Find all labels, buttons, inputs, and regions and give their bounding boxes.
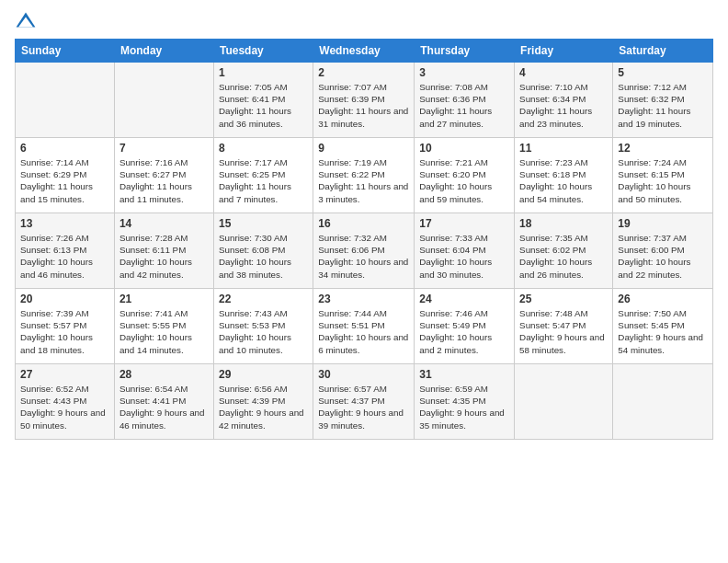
calendar-cell: 25Sunrise: 7:48 AM Sunset: 5:47 PM Dayli… [515, 289, 613, 364]
day-detail: Sunrise: 7:17 AM Sunset: 6:25 PM Dayligh… [219, 156, 308, 205]
day-number: 11 [519, 142, 608, 155]
day-detail: Sunrise: 7:32 AM Sunset: 6:06 PM Dayligh… [318, 232, 409, 281]
calendar-cell: 15Sunrise: 7:30 AM Sunset: 6:08 PM Dayli… [213, 213, 313, 289]
calendar-cell: 6Sunrise: 7:14 AM Sunset: 6:29 PM Daylig… [16, 138, 115, 213]
day-of-week-header: Saturday [613, 40, 713, 63]
day-of-week-header: Tuesday [213, 40, 313, 63]
day-number: 15 [219, 217, 308, 230]
calendar-cell: 19Sunrise: 7:37 AM Sunset: 6:00 PM Dayli… [613, 213, 713, 289]
day-detail: Sunrise: 7:44 AM Sunset: 5:51 PM Dayligh… [318, 307, 409, 356]
day-number: 1 [219, 66, 308, 79]
calendar-week-row: 20Sunrise: 7:39 AM Sunset: 5:57 PM Dayli… [16, 289, 713, 364]
day-number: 21 [119, 293, 209, 305]
day-detail: Sunrise: 7:33 AM Sunset: 6:04 PM Dayligh… [419, 232, 509, 281]
calendar-cell: 14Sunrise: 7:28 AM Sunset: 6:11 PM Dayli… [114, 213, 213, 289]
calendar-cell [515, 364, 613, 440]
day-detail: Sunrise: 7:16 AM Sunset: 6:27 PM Dayligh… [119, 156, 209, 205]
day-of-week-header: Friday [515, 40, 613, 63]
calendar-cell: 30Sunrise: 6:57 AM Sunset: 4:37 PM Dayli… [313, 364, 415, 440]
calendar-cell [613, 364, 713, 440]
calendar: SundayMondayTuesdayWednesdayThursdayFrid… [15, 39, 713, 440]
day-detail: Sunrise: 7:50 AM Sunset: 5:45 PM Dayligh… [618, 307, 708, 356]
day-detail: Sunrise: 6:57 AM Sunset: 4:37 PM Dayligh… [318, 383, 409, 431]
day-detail: Sunrise: 7:26 AM Sunset: 6:13 PM Dayligh… [20, 232, 109, 281]
calendar-cell: 23Sunrise: 7:44 AM Sunset: 5:51 PM Dayli… [313, 289, 415, 364]
day-number: 6 [20, 142, 109, 155]
day-detail: Sunrise: 7:12 AM Sunset: 6:32 PM Dayligh… [618, 81, 708, 130]
day-detail: Sunrise: 7:08 AM Sunset: 6:36 PM Dayligh… [419, 81, 509, 130]
calendar-cell: 27Sunrise: 6:52 AM Sunset: 4:43 PM Dayli… [16, 364, 115, 440]
calendar-cell: 16Sunrise: 7:32 AM Sunset: 6:06 PM Dayli… [313, 213, 415, 289]
day-detail: Sunrise: 6:56 AM Sunset: 4:39 PM Dayligh… [219, 383, 308, 431]
calendar-week-row: 13Sunrise: 7:26 AM Sunset: 6:13 PM Dayli… [16, 213, 713, 289]
day-detail: Sunrise: 7:30 AM Sunset: 6:08 PM Dayligh… [219, 232, 308, 281]
day-number: 27 [20, 368, 109, 381]
calendar-cell: 13Sunrise: 7:26 AM Sunset: 6:13 PM Dayli… [16, 213, 115, 289]
day-number: 10 [419, 142, 509, 155]
day-detail: Sunrise: 7:10 AM Sunset: 6:34 PM Dayligh… [519, 81, 608, 130]
calendar-cell: 11Sunrise: 7:23 AM Sunset: 6:18 PM Dayli… [515, 138, 613, 213]
calendar-cell: 2Sunrise: 7:07 AM Sunset: 6:39 PM Daylig… [313, 63, 415, 138]
day-detail: Sunrise: 7:46 AM Sunset: 5:49 PM Dayligh… [419, 307, 509, 356]
calendar-cell: 4Sunrise: 7:10 AM Sunset: 6:34 PM Daylig… [515, 63, 613, 138]
day-detail: Sunrise: 7:35 AM Sunset: 6:02 PM Dayligh… [519, 232, 608, 281]
day-number: 4 [519, 66, 608, 79]
calendar-cell: 20Sunrise: 7:39 AM Sunset: 5:57 PM Dayli… [16, 289, 115, 364]
logo-icon [15, 11, 37, 33]
day-of-week-header: Thursday [415, 40, 515, 63]
calendar-cell: 21Sunrise: 7:41 AM Sunset: 5:55 PM Dayli… [114, 289, 213, 364]
calendar-week-row: 1Sunrise: 7:05 AM Sunset: 6:41 PM Daylig… [16, 63, 713, 138]
day-detail: Sunrise: 7:21 AM Sunset: 6:20 PM Dayligh… [419, 156, 509, 205]
calendar-cell: 9Sunrise: 7:19 AM Sunset: 6:22 PM Daylig… [313, 138, 415, 213]
calendar-cell: 29Sunrise: 6:56 AM Sunset: 4:39 PM Dayli… [213, 364, 313, 440]
calendar-cell: 3Sunrise: 7:08 AM Sunset: 6:36 PM Daylig… [415, 63, 515, 138]
day-detail: Sunrise: 7:43 AM Sunset: 5:53 PM Dayligh… [219, 307, 308, 356]
day-number: 22 [219, 293, 308, 305]
day-number: 18 [519, 217, 608, 230]
day-number: 5 [618, 66, 708, 79]
day-number: 3 [419, 66, 509, 79]
day-detail: Sunrise: 7:23 AM Sunset: 6:18 PM Dayligh… [519, 156, 608, 205]
calendar-cell: 5Sunrise: 7:12 AM Sunset: 6:32 PM Daylig… [613, 63, 713, 138]
day-detail: Sunrise: 7:07 AM Sunset: 6:39 PM Dayligh… [318, 81, 409, 130]
day-number: 25 [519, 293, 608, 305]
day-number: 8 [219, 142, 308, 155]
day-detail: Sunrise: 7:41 AM Sunset: 5:55 PM Dayligh… [119, 307, 209, 356]
day-detail: Sunrise: 7:37 AM Sunset: 6:00 PM Dayligh… [618, 232, 708, 281]
day-number: 24 [419, 293, 509, 305]
day-number: 13 [20, 217, 109, 230]
day-number: 28 [119, 368, 209, 381]
day-number: 23 [318, 293, 409, 305]
calendar-cell: 22Sunrise: 7:43 AM Sunset: 5:53 PM Dayli… [213, 289, 313, 364]
day-detail: Sunrise: 6:54 AM Sunset: 4:41 PM Dayligh… [119, 383, 209, 431]
day-detail: Sunrise: 7:14 AM Sunset: 6:29 PM Dayligh… [20, 156, 109, 205]
calendar-cell [114, 63, 213, 138]
day-of-week-header: Monday [114, 40, 213, 63]
calendar-cell: 24Sunrise: 7:46 AM Sunset: 5:49 PM Dayli… [415, 289, 515, 364]
day-detail: Sunrise: 7:24 AM Sunset: 6:15 PM Dayligh… [618, 156, 708, 205]
day-detail: Sunrise: 7:48 AM Sunset: 5:47 PM Dayligh… [519, 307, 608, 356]
calendar-week-row: 27Sunrise: 6:52 AM Sunset: 4:43 PM Dayli… [16, 364, 713, 440]
calendar-cell: 10Sunrise: 7:21 AM Sunset: 6:20 PM Dayli… [415, 138, 515, 213]
day-number: 12 [618, 142, 708, 155]
calendar-cell: 17Sunrise: 7:33 AM Sunset: 6:04 PM Dayli… [415, 213, 515, 289]
calendar-week-row: 6Sunrise: 7:14 AM Sunset: 6:29 PM Daylig… [16, 138, 713, 213]
day-number: 2 [318, 66, 409, 79]
day-of-week-header: Wednesday [313, 40, 415, 63]
day-detail: Sunrise: 7:28 AM Sunset: 6:11 PM Dayligh… [119, 232, 209, 281]
day-detail: Sunrise: 6:52 AM Sunset: 4:43 PM Dayligh… [20, 383, 109, 431]
calendar-cell: 31Sunrise: 6:59 AM Sunset: 4:35 PM Dayli… [415, 364, 515, 440]
calendar-cell: 28Sunrise: 6:54 AM Sunset: 4:41 PM Dayli… [114, 364, 213, 440]
logo [15, 11, 40, 33]
day-detail: Sunrise: 7:39 AM Sunset: 5:57 PM Dayligh… [20, 307, 109, 356]
day-number: 9 [318, 142, 409, 155]
day-number: 29 [219, 368, 308, 381]
day-number: 17 [419, 217, 509, 230]
calendar-header-row: SundayMondayTuesdayWednesdayThursdayFrid… [16, 40, 713, 63]
day-detail: Sunrise: 6:59 AM Sunset: 4:35 PM Dayligh… [419, 383, 509, 431]
calendar-cell: 26Sunrise: 7:50 AM Sunset: 5:45 PM Dayli… [613, 289, 713, 364]
calendar-cell: 18Sunrise: 7:35 AM Sunset: 6:02 PM Dayli… [515, 213, 613, 289]
day-number: 7 [119, 142, 209, 155]
calendar-cell: 8Sunrise: 7:17 AM Sunset: 6:25 PM Daylig… [213, 138, 313, 213]
calendar-cell: 1Sunrise: 7:05 AM Sunset: 6:41 PM Daylig… [213, 63, 313, 138]
